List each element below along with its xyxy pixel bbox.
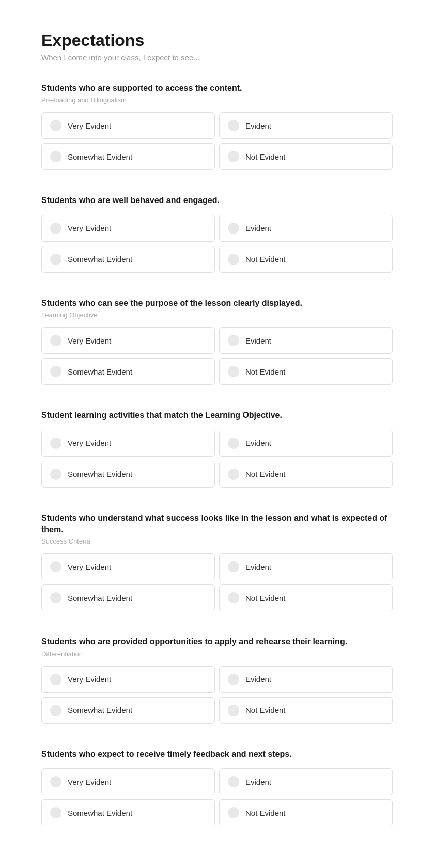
option-q6-somewhat-evident[interactable]: Somewhat Evident (41, 697, 215, 724)
option-label: Evident (245, 121, 271, 130)
question-block-q6: Students who are provided opportunities … (41, 636, 393, 723)
radio-circle-icon (228, 469, 239, 480)
radio-circle-icon (228, 592, 239, 603)
radio-circle-icon (50, 469, 61, 480)
option-q1-somewhat-evident[interactable]: Somewhat Evident (41, 143, 215, 170)
question-block-q5: Students who understand what success loo… (41, 513, 393, 612)
option-label: Not Evident (245, 152, 286, 161)
option-label: Not Evident (245, 706, 286, 715)
options-grid-q6: Very EvidentEvidentSomewhat EvidentNot E… (41, 666, 393, 724)
option-label: Not Evident (245, 470, 286, 478)
questions-container: Students who are supported to access the… (41, 83, 393, 826)
radio-circle-icon (228, 705, 239, 716)
option-q6-evident[interactable]: Evident (219, 666, 393, 693)
radio-circle-icon (228, 674, 239, 685)
option-label: Somewhat Evident (68, 809, 132, 817)
radio-circle-icon (228, 254, 239, 265)
option-label: Evident (245, 563, 271, 571)
option-label: Somewhat Evident (68, 255, 132, 264)
option-q1-not-evident[interactable]: Not Evident (219, 143, 393, 170)
option-q2-evident[interactable]: Evident (219, 215, 393, 242)
option-q7-very-evident[interactable]: Very Evident (41, 768, 215, 795)
radio-circle-icon (228, 151, 239, 162)
question-block-q3: Students who can see the purpose of the … (41, 298, 393, 385)
radio-circle-icon (50, 151, 61, 162)
option-label: Evident (245, 439, 271, 447)
option-q3-very-evident[interactable]: Very Evident (41, 327, 215, 354)
question-label-q1: Students who are supported to access the… (41, 83, 393, 94)
question-sublabel-q6: Differentiation (41, 650, 393, 658)
page-subtitle: When I come into your class, I expect to… (41, 53, 393, 62)
radio-circle-icon (228, 438, 239, 449)
radio-circle-icon (50, 705, 61, 716)
radio-circle-icon (228, 807, 239, 818)
option-label: Evident (245, 336, 271, 345)
options-grid-q7: Very EvidentEvidentSomewhat EvidentNot E… (41, 768, 393, 826)
radio-circle-icon (228, 120, 239, 131)
radio-circle-icon (228, 776, 239, 787)
radio-circle-icon (50, 674, 61, 685)
option-q2-somewhat-evident[interactable]: Somewhat Evident (41, 246, 215, 273)
question-sublabel-q5: Success Criteria (41, 537, 393, 545)
option-q7-somewhat-evident[interactable]: Somewhat Evident (41, 799, 215, 826)
radio-circle-icon (50, 366, 61, 377)
option-q4-not-evident[interactable]: Not Evident (219, 461, 393, 488)
options-grid-q2: Very EvidentEvidentSomewhat EvidentNot E… (41, 215, 393, 273)
option-label: Somewhat Evident (68, 152, 132, 161)
option-q3-not-evident[interactable]: Not Evident (219, 358, 393, 385)
options-grid-q1: Very EvidentEvidentSomewhat EvidentNot E… (41, 112, 393, 170)
radio-circle-icon (50, 254, 61, 265)
radio-circle-icon (50, 223, 61, 234)
option-q2-not-evident[interactable]: Not Evident (219, 246, 393, 273)
radio-circle-icon (50, 592, 61, 603)
radio-circle-icon (228, 223, 239, 234)
option-q7-evident[interactable]: Evident (219, 768, 393, 795)
question-block-q7: Students who expect to receive timely fe… (41, 749, 393, 826)
option-label: Very Evident (68, 121, 111, 130)
option-label: Very Evident (68, 675, 111, 684)
question-sublabel-q3: Learning Objective (41, 311, 393, 319)
option-label: Very Evident (68, 224, 111, 233)
option-q3-evident[interactable]: Evident (219, 327, 393, 354)
option-label: Not Evident (245, 809, 286, 817)
radio-circle-icon (50, 438, 61, 449)
question-label-q6: Students who are provided opportunities … (41, 636, 393, 647)
option-label: Very Evident (68, 778, 111, 786)
option-q6-not-evident[interactable]: Not Evident (219, 697, 393, 724)
radio-circle-icon (228, 335, 239, 346)
option-label: Not Evident (245, 255, 286, 264)
option-q6-very-evident[interactable]: Very Evident (41, 666, 215, 693)
options-grid-q4: Very EvidentEvidentSomewhat EvidentNot E… (41, 430, 393, 488)
option-label: Very Evident (68, 439, 111, 447)
question-label-q2: Students who are well behaved and engage… (41, 195, 393, 206)
option-label: Evident (245, 778, 271, 786)
option-q1-evident[interactable]: Evident (219, 112, 393, 139)
option-q5-evident[interactable]: Evident (219, 553, 393, 580)
option-label: Evident (245, 224, 271, 233)
option-q1-very-evident[interactable]: Very Evident (41, 112, 215, 139)
radio-circle-icon (50, 776, 61, 787)
option-q4-somewhat-evident[interactable]: Somewhat Evident (41, 461, 215, 488)
options-grid-q3: Very EvidentEvidentSomewhat EvidentNot E… (41, 327, 393, 385)
option-label: Somewhat Evident (68, 367, 132, 376)
question-sublabel-q1: Pre-loading and Bilingualism (41, 96, 393, 104)
radio-circle-icon (50, 807, 61, 818)
option-q4-very-evident[interactable]: Very Evident (41, 430, 215, 457)
question-label-q3: Students who can see the purpose of the … (41, 298, 393, 309)
option-label: Evident (245, 675, 271, 684)
option-label: Very Evident (68, 336, 111, 345)
question-label-q5: Students who understand what success loo… (41, 513, 393, 536)
option-q5-somewhat-evident[interactable]: Somewhat Evident (41, 584, 215, 611)
option-q5-very-evident[interactable]: Very Evident (41, 553, 215, 580)
option-label: Somewhat Evident (68, 470, 132, 478)
question-label-q7: Students who expect to receive timely fe… (41, 749, 393, 760)
option-q5-not-evident[interactable]: Not Evident (219, 584, 393, 611)
option-q2-very-evident[interactable]: Very Evident (41, 215, 215, 242)
option-label: Very Evident (68, 563, 111, 571)
option-label: Not Evident (245, 594, 286, 602)
option-q4-evident[interactable]: Evident (219, 430, 393, 457)
radio-circle-icon (50, 335, 61, 346)
option-q7-not-evident[interactable]: Not Evident (219, 799, 393, 826)
radio-circle-icon (50, 561, 61, 572)
option-q3-somewhat-evident[interactable]: Somewhat Evident (41, 358, 215, 385)
